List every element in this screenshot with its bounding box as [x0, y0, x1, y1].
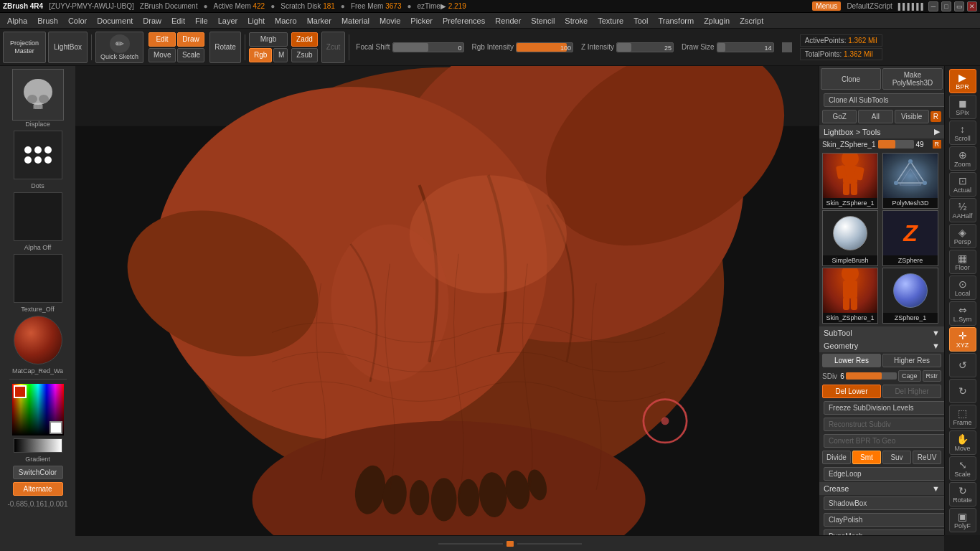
menu-zplugin[interactable]: Zplugin [699, 15, 734, 27]
quick-sketch-button[interactable]: ✏ Quick Sketch [95, 32, 143, 63]
lightbox-tools-header[interactable]: Lightbox > Tools ▶ [819, 125, 944, 138]
lower-res-button[interactable]: Lower Res [822, 354, 881, 367]
menu-file[interactable]: File [191, 15, 212, 27]
projection-master-button[interactable]: Projection Master [3, 32, 46, 63]
clone-all-subtools-button[interactable]: Clone All SubTools [824, 93, 944, 107]
menu-brush[interactable]: Brush [33, 15, 62, 27]
bpr-button[interactable]: ▶ BPR [949, 69, 976, 93]
reconstruct-subdiv-button[interactable]: Reconstruct Subdiv [824, 418, 944, 431]
draw-button[interactable]: Draw [177, 32, 204, 47]
menu-draw[interactable]: Draw [138, 15, 166, 27]
switch-color-button[interactable]: SwitchColor [13, 466, 63, 479]
skin-zsphere-slider[interactable] [878, 140, 914, 149]
divide-button[interactable]: Divide [822, 451, 851, 464]
edgeloop-button[interactable]: EdgeLoop [824, 467, 944, 481]
scale-tool-button[interactable]: ⤡ Scale [949, 456, 976, 481]
menu-material[interactable]: Material [337, 15, 374, 27]
maximize-button[interactable]: □ [941, 1, 951, 11]
r-button[interactable]: R [930, 111, 941, 122]
rgb-intensity-slider[interactable]: 100 [516, 42, 573, 52]
material-preview[interactable] [14, 316, 62, 364]
restore-button[interactable]: ▭ [954, 1, 964, 11]
freeze-subdiv-button[interactable]: Freeze SubDivision Levels [824, 401, 944, 415]
rotate-tool-button[interactable]: ↻ Rotate [949, 482, 976, 507]
close-button[interactable]: ✕ [967, 1, 977, 11]
xyz-button[interactable]: ✛ XYZ [949, 327, 976, 352]
menu-macro[interactable]: Macro [270, 15, 301, 27]
texture-off-thumb[interactable] [14, 254, 62, 303]
menu-color[interactable]: Color [64, 15, 91, 27]
reuv-button[interactable]: ReUV [913, 451, 941, 464]
menu-tool[interactable]: Tool [629, 15, 652, 27]
del-higher-button[interactable]: Del Higher [882, 385, 941, 398]
menu-document[interactable]: Document [93, 15, 137, 27]
visible-button[interactable]: Visible [895, 110, 929, 123]
rgb-button[interactable]: Rgb [249, 48, 272, 62]
thumb-zsphere-1[interactable]: ZSphere_1 [882, 268, 938, 324]
menu-light[interactable]: Light [243, 15, 269, 27]
claypolish-button[interactable]: ClayPolish [824, 513, 944, 527]
convert-bpr-button[interactable]: Convert BPR To Geo [824, 434, 944, 448]
smt-button[interactable]: Smt [852, 451, 881, 464]
cage-button[interactable]: Cage [898, 370, 921, 382]
move-tool-button[interactable]: ✋ Move [949, 430, 976, 455]
lsym-button[interactable]: ⇔ L.Sym [949, 301, 976, 326]
alternate-button[interactable]: Alternate [13, 482, 63, 496]
focal-shift-slider[interactable]: 0 [392, 42, 464, 52]
mrgb-button[interactable]: Mrgb [249, 32, 288, 47]
geometry-header[interactable]: Geometry ▼ [819, 339, 944, 352]
menus-button[interactable]: Menus [812, 1, 841, 11]
subtool-header[interactable]: SubTool ▼ [819, 326, 944, 339]
thumb-skin-zsphere-1b[interactable]: Skin_ZSphere_1 [822, 268, 878, 324]
menu-picker[interactable]: Picker [406, 15, 437, 27]
sdiv-slider[interactable] [846, 372, 897, 380]
crease-header[interactable]: Crease ▼ [819, 482, 944, 495]
clone-button[interactable]: Clone [821, 68, 881, 90]
brush-preview-thumb[interactable] [12, 69, 64, 121]
zoom-button[interactable]: ⊕ Zoom [949, 146, 976, 171]
frame-button[interactable]: ⬚ Frame [949, 405, 976, 429]
spix-button[interactable]: ◼ SPix [949, 95, 976, 119]
del-lower-button[interactable]: Del Lower [822, 385, 881, 398]
menu-stencil[interactable]: Stencil [527, 15, 559, 27]
goz-button[interactable]: GoZ [822, 110, 857, 123]
menu-preferences[interactable]: Preferences [438, 15, 489, 27]
menu-texture[interactable]: Texture [593, 15, 628, 27]
z-intensity-slider[interactable]: 25 [616, 42, 674, 52]
actual-button[interactable]: ⊡ Actual [949, 172, 976, 197]
menu-zscript[interactable]: Zscript [735, 15, 768, 27]
higher-res-button[interactable]: Higher Res [882, 354, 941, 367]
zsub-button[interactable]: Zsub [291, 48, 318, 62]
rotate-b-button[interactable]: ↻ [949, 379, 976, 403]
floor-button[interactable]: ▦ Floor [949, 250, 976, 274]
gradient-block[interactable] [14, 438, 62, 453]
thumb-skin-zsphere-1[interactable]: Skin_ZSphere_1 [822, 153, 878, 209]
menu-movie[interactable]: Movie [375, 15, 405, 27]
suv-button[interactable]: Suv [882, 451, 911, 464]
edit-button[interactable]: Edit [149, 32, 176, 47]
polyf-button[interactable]: ▣ PolyF [949, 508, 976, 532]
canvas-area[interactable] [75, 66, 862, 535]
persp-button[interactable]: ◈ Persp [949, 224, 976, 248]
menu-alpha[interactable]: Alpha [3, 15, 32, 27]
m-button[interactable]: M [273, 48, 288, 62]
shadowbox-button[interactable]: ShadowBox [824, 496, 944, 510]
menu-render[interactable]: Render [491, 15, 525, 27]
make-polymesh-button[interactable]: Make PolyMesh3D [882, 68, 943, 90]
aahalf-button[interactable]: ½ AAHalf [949, 198, 976, 222]
thumb-zsphere[interactable]: Z ZSphere [882, 210, 938, 266]
dynamesh-button[interactable]: DynaMesh [824, 529, 944, 535]
scroll-button[interactable]: ↕ Scroll [949, 121, 976, 145]
zadd-button[interactable]: Zadd [291, 32, 318, 47]
minimize-button[interactable]: ─ [928, 1, 938, 11]
alpha-off-thumb[interactable] [14, 192, 62, 241]
scale-button[interactable]: Scale [177, 48, 204, 62]
draw-size-slider[interactable]: 14 [717, 42, 774, 52]
menu-layer[interactable]: Layer [214, 15, 242, 27]
rotate-a-button[interactable]: ↺ [949, 353, 976, 377]
thumb-simplebrush[interactable]: SimpleBrush [822, 210, 878, 266]
menu-marker[interactable]: Marker [303, 15, 336, 27]
dots-alpha[interactable] [14, 131, 62, 179]
move-button[interactable]: Move [149, 48, 176, 62]
all-button[interactable]: All [858, 110, 892, 123]
